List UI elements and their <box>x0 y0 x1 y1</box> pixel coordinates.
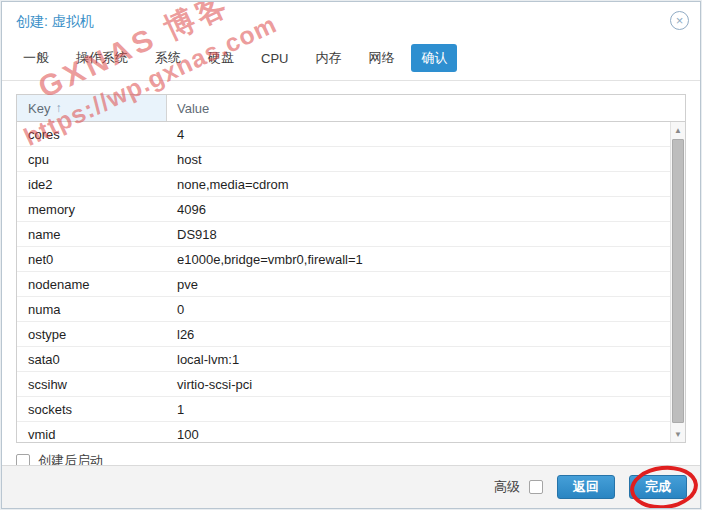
dialog-footer: 高级 返回 完成 <box>2 465 700 508</box>
tab-硬盘[interactable]: 硬盘 <box>198 44 244 72</box>
scrollbar-thumb[interactable] <box>672 139 684 423</box>
dialog-title: 创建: 虚拟机 <box>16 13 94 29</box>
tab-网络[interactable]: 网络 <box>358 44 404 72</box>
table-row-cores[interactable]: cores 4 <box>17 122 685 147</box>
scroll-up-icon[interactable]: ▲ <box>671 123 685 137</box>
close-icon[interactable]: × <box>670 11 689 30</box>
wizard-tabbar: 一般 操作系统 系统 硬盘 CPU 内存 网络 确认 <box>2 40 700 81</box>
advanced-label: 高级 <box>494 478 520 496</box>
table-row-sockets[interactable]: sockets 1 <box>17 397 685 422</box>
dialog-header: 创建: 虚拟机 × <box>2 2 700 40</box>
scroll-down-icon[interactable]: ▼ <box>671 427 685 441</box>
finish-button[interactable]: 完成 <box>629 475 687 499</box>
table-body: cores 4 cpu host ide2 none,media=cdrom m… <box>17 122 685 442</box>
back-button[interactable]: 返回 <box>557 475 615 499</box>
tab-确认[interactable]: 确认 <box>411 44 457 72</box>
column-header-key[interactable]: Key ↑ <box>17 95 167 121</box>
table-row-net0[interactable]: net0 e1000e,bridge=vmbr0,firewall=1 <box>17 247 685 272</box>
column-header-value[interactable]: Value <box>167 95 685 121</box>
tab-一般[interactable]: 一般 <box>13 44 59 72</box>
table-row-sata0[interactable]: sata0 local-lvm:1 <box>17 347 685 372</box>
table-row-ide2[interactable]: ide2 none,media=cdrom <box>17 172 685 197</box>
table-row-ostype[interactable]: ostype l26 <box>17 322 685 347</box>
table-row-vmid[interactable]: vmid 100 <box>17 422 685 442</box>
table-row-nodename[interactable]: nodename pve <box>17 272 685 297</box>
table-row-scsihw[interactable]: scsihw virtio-scsi-pci <box>17 372 685 397</box>
table-row-name[interactable]: name DS918 <box>17 222 685 247</box>
create-vm-dialog: GXNAS 博客 https://wp.gxnas.com 创建: 虚拟机 × … <box>1 1 701 509</box>
table-row-cpu[interactable]: cpu host <box>17 147 685 172</box>
tab-内存[interactable]: 内存 <box>305 44 351 72</box>
confirm-settings-table: Key ↑ Value cores 4 cpu host ide2 none,m… <box>16 94 686 443</box>
advanced-checkbox[interactable] <box>529 480 543 494</box>
tab-CPU[interactable]: CPU <box>251 46 298 71</box>
table-row-numa[interactable]: numa 0 <box>17 297 685 322</box>
tab-操作系统[interactable]: 操作系统 <box>66 44 138 72</box>
table-row-memory[interactable]: memory 4096 <box>17 197 685 222</box>
table-header: Key ↑ Value <box>17 95 685 122</box>
vertical-scrollbar[interactable]: ▲ ▼ <box>670 122 685 442</box>
sort-asc-icon: ↑ <box>55 101 61 115</box>
tab-系统[interactable]: 系统 <box>145 44 191 72</box>
